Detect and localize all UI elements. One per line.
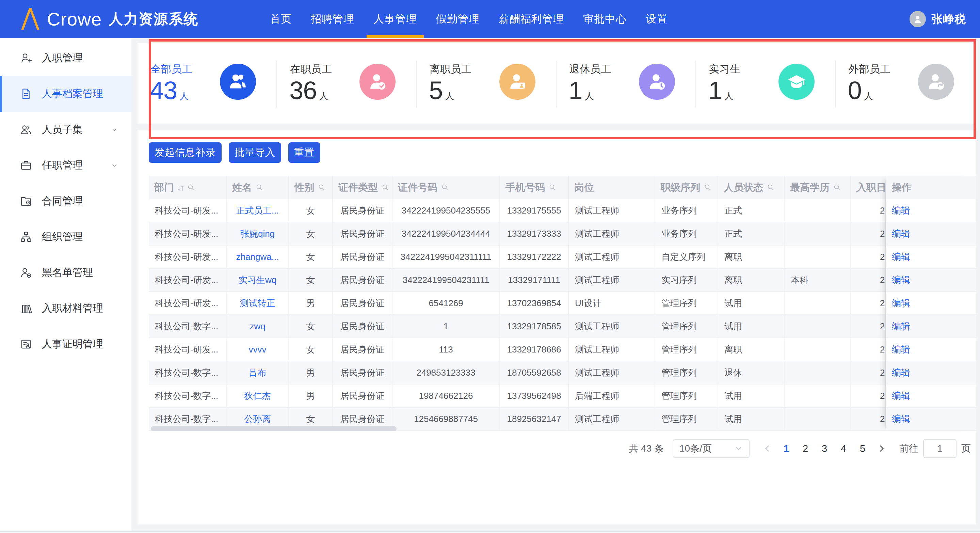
sidebar-item-label: 入职材料管理 [42,302,103,315]
cell-dept: 科技公司-数字... [149,315,227,338]
action-cell: 编辑 [886,246,976,269]
page-number-3[interactable]: 3 [816,443,833,454]
column-label: 部门 [154,181,174,195]
search-icon[interactable] [703,183,713,192]
scrollbar-thumb[interactable] [151,426,396,431]
toolbar-button-3[interactable]: 重置 [288,142,320,163]
edit-link[interactable]: 编辑 [892,228,910,240]
search-icon[interactable] [317,183,326,192]
table-row: 科技公司-研发...vvvv女居民身份证11313329178686测试工程师管… [149,338,976,361]
employee-name-link[interactable]: 实习生wq [239,274,277,286]
sidebar-item-1[interactable]: 入职管理 [0,40,131,76]
stat-card-6[interactable]: 外部员工0人 [836,43,975,124]
user-menu[interactable]: 张峥税 [910,0,966,38]
pager: 12345 [759,443,891,454]
sidebar-item-9[interactable]: 人事证明管理 [0,326,131,362]
edit-link[interactable]: 编辑 [892,367,910,379]
edit-link[interactable]: 编辑 [892,274,910,286]
employee-name-link[interactable]: vvvv [249,344,267,355]
stat-card-3[interactable]: 离职员工5人 [417,43,556,124]
sort-icon[interactable]: ↓↑ [177,182,183,192]
page-number-2[interactable]: 2 [797,443,814,454]
sidebar-item-label: 入职管理 [42,51,83,65]
people-icon [20,123,32,136]
search-icon[interactable] [766,183,775,192]
search-icon[interactable] [255,183,264,192]
employee-name-link[interactable]: 张婉qing [240,228,275,240]
stat-card-2[interactable]: 在职员工36人 [277,43,417,124]
edit-link[interactable]: 编辑 [892,413,910,425]
stat-card-5[interactable]: 实习生1人 [696,43,836,124]
action-cell: 编辑 [886,269,976,292]
employee-name-link[interactable]: 正式员工... [236,205,279,217]
nav-item-5[interactable]: 薪酬福利管理 [489,0,574,38]
nav-item-2[interactable]: 招聘管理 [301,0,364,38]
search-icon[interactable] [441,183,450,192]
sidebar-item-5[interactable]: 合同管理 [0,183,131,219]
cell-dept: 科技公司-研发... [149,222,227,245]
nav-item-4[interactable]: 假勤管理 [426,0,489,38]
cell-dept: 科技公司-研发... [149,292,227,314]
table-header-row: 部门↓↑姓名性别证件类型证件号码手机号码岗位职级序列人员状态最高学历入职日期 [149,176,976,199]
page-size-select[interactable]: 10条/页 [673,439,749,458]
employee-name-link[interactable]: zwq [250,321,265,332]
edit-link[interactable]: 编辑 [892,389,910,402]
employee-name-link[interactable]: 测试转正 [240,297,275,309]
cell-status: 离职 [718,246,784,268]
employee-name-link[interactable]: 狄仁杰 [244,390,271,402]
employee-name-link[interactable]: zhangwa... [236,252,279,262]
nav-item-7[interactable]: 设置 [636,0,677,38]
column-label: 最高学历 [790,181,830,195]
sidebar-item-6[interactable]: 组织管理 [0,219,131,255]
sidebar-item-7[interactable]: 黑名单管理 [0,255,131,290]
employee-name-link[interactable]: 公孙离 [244,413,271,425]
cell-id_type: 居民身份证 [333,385,393,407]
horizontal-scrollbar[interactable] [151,426,965,431]
edit-link[interactable]: 编辑 [892,251,910,263]
sidebar-item-3[interactable]: 人员子集 [0,112,131,147]
pagination: 共 43 条 10条/页 12345 前往 页 [629,439,971,458]
nav-item-1[interactable]: 首页 [260,0,301,38]
column-label: 性别 [294,181,314,195]
sidebar-item-4[interactable]: 任职管理 [0,147,131,183]
column-header-position: 岗位 [569,176,655,199]
table-row: 科技公司-研发...张婉qing女居民身份证342224199504234444… [149,222,976,246]
search-icon[interactable] [833,183,842,192]
cell-id_number: 342224199504235555 [393,199,500,222]
goto-page-input[interactable] [923,439,956,458]
search-icon[interactable] [381,183,390,192]
sidebar-item-8[interactable]: 入职材料管理 [0,290,131,326]
stat-card-4[interactable]: 退休员工1人 [557,43,696,124]
cell-rank: 管理序列 [655,292,718,314]
edit-link[interactable]: 编辑 [892,297,910,309]
edit-link[interactable]: 编辑 [892,320,910,332]
cell-gender: 女 [289,338,333,361]
column-label: 岗位 [574,181,594,195]
action-cell: 编辑 [886,315,976,338]
sidebar-item-2[interactable]: 人事档案管理 [0,76,131,112]
search-icon[interactable] [548,183,557,192]
search-icon[interactable] [186,183,196,192]
action-cell: 编辑 [886,292,976,315]
toolbar-button-2[interactable]: 批量导入 [229,142,281,163]
prev-page-button[interactable] [759,444,776,453]
user-refresh-icon [918,64,954,100]
nav-item-3[interactable]: 人事管理 [364,0,426,38]
page-number-4[interactable]: 4 [835,443,852,454]
stat-value: 5人 [429,76,454,105]
cell-dept: 科技公司-数字... [149,361,227,384]
toolbar-button-1[interactable]: 发起信息补录 [149,142,221,163]
edit-link[interactable]: 编辑 [892,343,910,356]
cell-status: 离职 [718,269,784,291]
column-header-id_number: 证件号码 [393,176,500,199]
table-row: 科技公司-数字...狄仁杰男居民身份证198746621261373956249… [149,385,976,408]
page-number-1[interactable]: 1 [778,443,795,454]
table-row: 科技公司-研发...正式员工...女居民身份证34222419950423555… [149,199,976,222]
page-number-5[interactable]: 5 [854,443,872,454]
stat-label: 退休员工 [570,62,612,76]
stat-card-1[interactable]: 全部员工43人 [137,43,277,124]
employee-name-link[interactable]: 吕布 [249,367,267,379]
nav-item-6[interactable]: 审批中心 [574,0,636,38]
edit-link[interactable]: 编辑 [892,204,910,217]
next-page-button[interactable] [873,444,891,453]
